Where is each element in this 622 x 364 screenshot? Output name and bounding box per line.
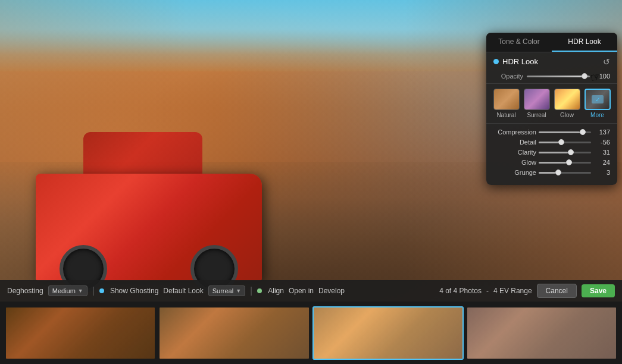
preset-thumb-more: ✓ bbox=[585, 89, 611, 110]
slider-detail[interactable] bbox=[539, 142, 591, 143]
slider-value-glow: 24 bbox=[593, 159, 610, 166]
sliders-section: Compression 137 Detail -56 Clarity 31 bbox=[486, 126, 617, 185]
preset-label-surreal: Surreal bbox=[527, 112, 546, 118]
slider-value-detail: -56 bbox=[593, 139, 610, 146]
separator bbox=[486, 83, 617, 84]
opacity-label: Opacity bbox=[493, 73, 523, 80]
slider-row-compression: Compression 137 bbox=[493, 128, 610, 136]
slider-grunge[interactable] bbox=[539, 172, 591, 174]
separator-2 bbox=[486, 123, 617, 124]
slider-fill-glow bbox=[539, 162, 566, 164]
panel-title: HDR Look bbox=[502, 57, 599, 66]
film-thumb-inner-2 bbox=[160, 307, 308, 359]
slider-clarity[interactable] bbox=[539, 152, 591, 153]
panel-tabs: Tone & Color HDR Look bbox=[486, 33, 617, 52]
right-panel: Tone & Color HDR Look HDR Look ↺ Opacity… bbox=[486, 33, 617, 185]
preset-label-natural: Natural bbox=[496, 112, 515, 118]
slider-row-grunge: Grunge 3 bbox=[493, 169, 610, 176]
opacity-thumb bbox=[582, 73, 587, 79]
preset-thumb-glow bbox=[554, 89, 580, 110]
style-presets: Natural Surreal Glow ✓ More bbox=[486, 86, 617, 123]
filmstrip bbox=[0, 302, 622, 364]
checkmark-icon: ✓ bbox=[595, 96, 600, 103]
slider-thumb-glow bbox=[566, 159, 572, 165]
film-thumb-inner-3 bbox=[314, 307, 462, 359]
preset-thumb-natural bbox=[493, 89, 520, 110]
panel-header: HDR Look ↺ bbox=[486, 52, 617, 71]
cancel-button[interactable]: Cancel bbox=[537, 284, 577, 298]
slider-row-detail: Detail -56 bbox=[493, 139, 610, 146]
pipe-2: | bbox=[250, 285, 252, 296]
show-ghosting-label: Show Ghosting bbox=[110, 287, 158, 295]
default-look-select[interactable]: Surreal ▼ bbox=[208, 285, 245, 296]
preset-label-glow: Glow bbox=[560, 112, 574, 118]
pipe-1: | bbox=[92, 285, 95, 296]
preset-label-more: More bbox=[590, 112, 604, 118]
opacity-value: 100 bbox=[593, 73, 610, 80]
preset-glow[interactable]: Glow bbox=[553, 89, 581, 118]
truck-shape bbox=[36, 126, 286, 281]
photo-count: 4 of 4 Photos bbox=[439, 287, 482, 295]
reset-button[interactable]: ↺ bbox=[603, 58, 610, 66]
slider-thumb-grunge bbox=[555, 170, 561, 175]
slider-label-detail: Detail bbox=[493, 139, 536, 146]
look-chevron: ▼ bbox=[236, 288, 241, 294]
surreal-value: Surreal bbox=[212, 287, 233, 294]
film-thumb-3[interactable] bbox=[312, 306, 464, 360]
film-thumb-inner-1 bbox=[6, 307, 155, 359]
slider-row-glow: Glow 24 bbox=[493, 159, 610, 166]
slider-glow[interactable] bbox=[539, 162, 591, 164]
hdr-look-dot bbox=[493, 59, 499, 64]
default-look-label: Default Look bbox=[163, 287, 203, 295]
slider-fill-grunge bbox=[539, 172, 555, 174]
slider-label-clarity: Clarity bbox=[493, 149, 536, 156]
slider-compression[interactable] bbox=[539, 131, 591, 133]
preset-thumb-surreal bbox=[524, 89, 550, 110]
pipe-3: - bbox=[486, 287, 489, 295]
slider-value-clarity: 31 bbox=[593, 149, 610, 156]
save-button[interactable]: Save bbox=[582, 284, 615, 297]
slider-thumb-detail bbox=[558, 139, 564, 145]
deghosting-value: Medium bbox=[52, 287, 76, 294]
slider-thumb-clarity bbox=[568, 149, 574, 155]
bottom-toolbar: Deghosting Medium ▼ | Show Ghosting Defa… bbox=[0, 280, 622, 302]
slider-value-compression: 137 bbox=[593, 128, 610, 136]
opacity-row: Opacity 100 bbox=[486, 71, 617, 83]
slider-thumb-compression bbox=[580, 129, 586, 135]
slider-label-grunge: Grunge bbox=[493, 169, 536, 176]
more-inner: ✓ bbox=[592, 95, 604, 103]
deghosting-select[interactable]: Medium ▼ bbox=[48, 285, 87, 296]
align-dot bbox=[257, 288, 262, 293]
ghosting-dot bbox=[99, 288, 104, 293]
tab-hdr-look[interactable]: HDR Look bbox=[552, 33, 617, 52]
deghosting-chevron: ▼ bbox=[78, 288, 83, 294]
preset-natural[interactable]: Natural bbox=[492, 89, 520, 118]
deghosting-label: Deghosting bbox=[7, 287, 43, 295]
slider-label-glow: Glow bbox=[493, 159, 536, 166]
film-thumb-2[interactable] bbox=[158, 306, 310, 360]
tab-tone-color[interactable]: Tone & Color bbox=[486, 33, 552, 52]
develop-label: Develop bbox=[318, 287, 345, 295]
open-in-label: Open in bbox=[289, 287, 314, 295]
film-thumb-inner-4 bbox=[467, 307, 616, 359]
preset-surreal[interactable]: Surreal bbox=[523, 89, 551, 118]
ev-range: 4 EV Range bbox=[493, 287, 532, 295]
slider-value-grunge: 3 bbox=[593, 169, 610, 176]
preset-more[interactable]: ✓ More bbox=[583, 89, 611, 118]
slider-fill-detail bbox=[539, 142, 558, 143]
slider-fill-clarity bbox=[539, 152, 568, 153]
slider-fill-compression bbox=[539, 131, 580, 133]
film-thumb-4[interactable] bbox=[466, 306, 617, 360]
film-thumb-1[interactable] bbox=[5, 306, 156, 360]
opacity-slider[interactable] bbox=[527, 76, 590, 77]
slider-label-compression: Compression bbox=[493, 128, 536, 136]
slider-row-clarity: Clarity 31 bbox=[493, 149, 610, 156]
align-label: Align bbox=[268, 287, 284, 295]
